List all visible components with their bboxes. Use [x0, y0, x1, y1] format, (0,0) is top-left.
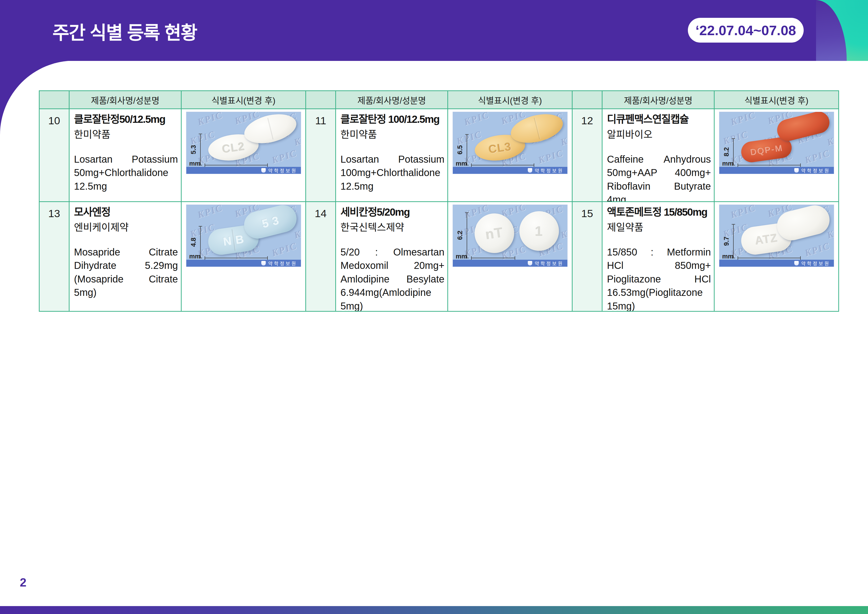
- mm-unit-label: mm: [189, 160, 201, 167]
- company-name: 엔비케이제약: [74, 221, 178, 234]
- ingredient-text: Losartan Potassium 50mg+Chlorthalidone 1…: [74, 152, 178, 193]
- pill-imprint: ATZ: [754, 231, 779, 247]
- brand-bar: 약학정보원: [453, 167, 567, 174]
- item-number: 13: [48, 207, 60, 219]
- pill-imprint: DQP-M: [749, 143, 783, 157]
- pill-score-line: [533, 118, 539, 139]
- mm-unit-label: mm: [456, 160, 467, 167]
- content-sheet: 제품/회사명/성분명 식별표시(변경 후) 제품/회사명/성분명 식별표시(변경…: [0, 61, 868, 606]
- pill-imprint: nT: [484, 224, 504, 242]
- ingredient-text: Mosapride Citrate Dihydrate 5.29mg (Mosa…: [74, 246, 178, 299]
- product-name: 클로잘탄정50/12.5mg: [74, 113, 178, 126]
- brand-label: 약학정보원: [801, 260, 830, 267]
- company-name: 제일약품: [607, 221, 711, 234]
- kpic-watermark: KPIC: [537, 147, 565, 166]
- kpic-logo-icon: [528, 168, 532, 173]
- pill-imprint: 5 3: [260, 213, 281, 230]
- item-image-cell: KPICKPICKPICKPICKPICKPICKPICKPICKPICKPIC…: [448, 202, 572, 311]
- brand-label: 약학정보원: [535, 260, 564, 267]
- header-product-cell: 제품/회사명/성분명: [70, 91, 181, 109]
- company-name: 알피바이오: [607, 128, 711, 141]
- header-product-cell: 제품/회사명/성분명: [336, 91, 447, 109]
- drug-table: 제품/회사명/성분명 식별표시(변경 후) 제품/회사명/성분명 식별표시(변경…: [39, 90, 839, 312]
- kpic-watermark: KPIC: [803, 147, 831, 166]
- item-number-cell: 12: [573, 109, 602, 201]
- kpic-logo-icon: [794, 168, 799, 173]
- header-product-label: 제품/회사명/성분명: [91, 93, 160, 106]
- kpic-logo-icon: [261, 261, 266, 266]
- item-number-cell: 14: [306, 202, 335, 311]
- header-number-cell: [306, 91, 335, 109]
- page-title: 주간 식별 등록 현황: [53, 18, 197, 44]
- kpic-watermark: KPIC: [293, 129, 301, 148]
- item-number-cell: 15: [573, 202, 602, 311]
- kpic-watermark: KPIC: [559, 222, 567, 241]
- header-identification-cell: 식별표시(변경 후): [715, 91, 838, 109]
- kpic-watermark: KPIC: [196, 205, 224, 220]
- pill-photo: KPICKPICKPICKPICKPICKPICKPICKPICKPICKPIC…: [719, 205, 834, 267]
- pill-score-line: [267, 118, 273, 140]
- item-number-cell: 10: [40, 109, 69, 201]
- header-band: 주간 식별 등록 현황 ‘22.07.04~07.08: [0, 0, 868, 61]
- company-name: 한미약품: [341, 128, 444, 141]
- mm-unit-label: mm: [456, 253, 467, 260]
- brand-label: 약학정보원: [268, 260, 297, 267]
- product-name: 세비칸정5/20mg: [341, 205, 444, 219]
- pill-photo: KPICKPICKPICKPICKPICKPICKPICKPICKPICKPIC…: [453, 205, 567, 267]
- item-number-cell: 11: [306, 109, 335, 201]
- item-text-cell: 세비칸정5/20mg 한국신텍스제약 5/20 : Olmesartan Med…: [336, 202, 447, 311]
- page-number: 2: [20, 576, 26, 589]
- kpic-watermark: KPIC: [462, 112, 490, 127]
- brand-bar: 약학정보원: [186, 260, 301, 267]
- item-number: 14: [315, 207, 327, 219]
- kpic-watermark: KPIC: [270, 240, 298, 258]
- item-number: 11: [315, 115, 326, 127]
- header-identification-cell: 식별표시(변경 후): [448, 91, 572, 109]
- kpic-watermark: KPIC: [270, 147, 298, 166]
- company-name: 한국신텍스제약: [341, 221, 444, 234]
- header-identification-cell: 식별표시(변경 후): [181, 91, 305, 109]
- date-range-label: ‘22.07.04~07.08: [696, 22, 796, 38]
- header-identification-label: 식별표시(변경 후): [478, 93, 542, 106]
- brand-bar: 약학정보원: [719, 260, 834, 267]
- slide-page: 제품/회사명/성분명 식별표시(변경 후) 제품/회사명/성분명 식별표시(변경…: [0, 0, 868, 614]
- kpic-logo-icon: [528, 261, 532, 266]
- item-number-cell: 13: [40, 202, 69, 311]
- mm-unit-label: mm: [722, 253, 734, 260]
- kpic-watermark: KPIC: [729, 112, 757, 127]
- item-number: 12: [581, 115, 593, 127]
- item-text-cell: 클로잘탄정50/12.5mg 한미약품 Losartan Potassium 5…: [70, 109, 181, 201]
- pill-shape-2: 1: [519, 211, 559, 251]
- header-identification-label: 식별표시(변경 후): [212, 93, 275, 106]
- brand-label: 약학정보원: [801, 167, 830, 174]
- brand-label: 약학정보원: [268, 167, 297, 174]
- item-image-cell: KPICKPICKPICKPICKPICKPICKPICKPICKPICKPIC…: [715, 109, 838, 201]
- pill-imprint: CL2: [221, 139, 246, 155]
- product-name: 클로잘탄정 100/12.5mg: [341, 113, 444, 126]
- bottom-gradient-bar: [0, 606, 868, 614]
- ingredient-text: Losartan Potassium 100mg+Chlorthalidone …: [341, 152, 444, 193]
- item-text-cell: 디큐펜맥스연질캡슐 알피바이오 Caffeine Anhydrous 50mg+…: [603, 109, 714, 201]
- mm-unit-label: mm: [722, 160, 734, 167]
- kpic-watermark: KPIC: [196, 112, 224, 127]
- item-number: 10: [48, 115, 60, 127]
- pill-imprint: CL3: [487, 139, 512, 156]
- kpic-watermark: KPIC: [803, 240, 831, 258]
- kpic-logo-icon: [794, 261, 799, 266]
- item-text-cell: 클로잘탄정 100/12.5mg 한미약품 Losartan Potassium…: [336, 109, 447, 201]
- kpic-logo-icon: [261, 168, 266, 173]
- dimension-height-line: [467, 213, 467, 258]
- ingredient-text: 5/20 : Olmesartan Medoxomil 20mg+ Amlodi…: [341, 246, 444, 311]
- ingredient-text: Caffeine Anhydrous 50mg+AAP 400mg+ Ribof…: [607, 152, 711, 201]
- pill-imprint: 1: [535, 223, 543, 239]
- header-number-cell: [40, 91, 69, 109]
- header-identification-label: 식별표시(변경 후): [744, 93, 808, 106]
- company-name: 한미약품: [74, 128, 178, 141]
- brand-bar: 약학정보원: [719, 167, 834, 174]
- kpic-watermark: KPIC: [729, 205, 757, 220]
- kpic-watermark: KPIC: [559, 129, 567, 148]
- item-image-cell: KPICKPICKPICKPICKPICKPICKPICKPICKPICKPIC…: [715, 202, 838, 311]
- product-name: 디큐펜맥스연질캡슐: [607, 113, 711, 126]
- header-product-label: 제품/회사명/성분명: [624, 93, 692, 106]
- dimension-height-value: 6.2: [456, 213, 464, 258]
